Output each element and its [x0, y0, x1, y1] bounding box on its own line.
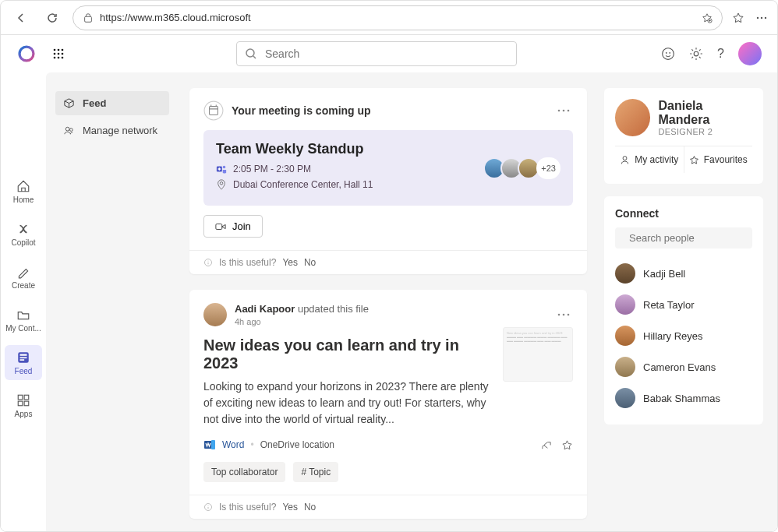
svg-point-10	[62, 53, 64, 55]
star-icon	[689, 155, 699, 165]
site-info-icon	[83, 12, 94, 23]
user-avatar[interactable]	[738, 42, 762, 65]
search-icon	[245, 48, 257, 60]
svg-point-4	[765, 16, 766, 18]
attendee-overflow[interactable]: +23	[536, 157, 561, 179]
global-search[interactable]	[236, 41, 517, 66]
file-update-card: Aadi Kapoor updated this file 4h ago New…	[189, 290, 587, 519]
sidebar-item-manage-network[interactable]: Manage network	[55, 118, 169, 143]
favourites-button[interactable]: Favourites	[684, 146, 753, 173]
person-avatar	[615, 263, 635, 284]
search-input[interactable]	[265, 48, 508, 60]
calendar-icon	[203, 100, 224, 121]
video-icon	[215, 221, 226, 232]
person-row[interactable]: Kadji Bell	[615, 258, 752, 289]
person-row[interactable]: Reta Taylor	[615, 289, 752, 320]
svg-point-5	[54, 49, 56, 51]
post-time: 4h ago	[235, 317, 261, 326]
person-row[interactable]: Hillary Reyes	[615, 320, 752, 351]
help-button[interactable]: ?	[717, 47, 724, 61]
useful-no[interactable]: No	[304, 257, 316, 268]
rail-create[interactable]: Create	[5, 259, 42, 294]
author-avatar[interactable]	[203, 303, 227, 326]
svg-rect-24	[24, 395, 29, 400]
svg-point-27	[65, 127, 69, 131]
share-icon[interactable]	[540, 439, 552, 451]
apps-icon	[16, 393, 31, 408]
address-bar[interactable]	[72, 5, 723, 30]
attendees: +23	[488, 141, 561, 195]
author-name[interactable]: Aadi Kapoor	[235, 303, 295, 315]
svg-rect-30	[210, 107, 218, 115]
rail-home[interactable]: Home	[5, 174, 42, 209]
rail-mycontent[interactable]: My Cont...	[5, 302, 42, 337]
star-icon[interactable]	[561, 439, 573, 451]
settings-icon[interactable]	[689, 47, 703, 61]
add-favorite-icon[interactable]	[702, 12, 713, 23]
svg-point-16	[666, 52, 667, 54]
info-icon	[203, 502, 213, 512]
emoji-icon[interactable]	[661, 47, 675, 61]
refresh-button[interactable]	[41, 7, 63, 29]
post-title[interactable]: New ideas you can learn and try in 2023	[203, 336, 492, 372]
file-app-label[interactable]: Word	[222, 439, 244, 450]
card-more-button[interactable]	[554, 310, 573, 319]
useful-no[interactable]: No	[304, 502, 316, 513]
svg-point-3	[761, 16, 762, 18]
svg-point-39	[558, 314, 561, 316]
favorites-icon[interactable]	[732, 12, 744, 24]
rail-copilot[interactable]: Copilot	[5, 217, 42, 252]
svg-rect-43	[211, 440, 215, 449]
svg-rect-0	[85, 16, 92, 22]
profile-card: Daniela Mandera DESIGNER 2 My activity F…	[604, 88, 763, 184]
svg-point-7	[62, 49, 64, 51]
svg-point-29	[204, 101, 223, 120]
svg-rect-26	[24, 401, 29, 406]
rail-feed[interactable]: Feed	[5, 345, 42, 380]
profile-name: Daniela Mandera	[658, 99, 752, 127]
more-icon[interactable]	[755, 12, 768, 24]
useful-yes[interactable]: Yes	[282, 257, 298, 268]
svg-point-17	[669, 52, 670, 54]
post-excerpt: Looking to expand your horizons in 2023?…	[203, 379, 492, 428]
location-icon	[216, 179, 227, 190]
person-row[interactable]: Cameron Evans	[615, 351, 752, 382]
feed-column: Your meeting is coming up Team Weekly St…	[179, 72, 598, 531]
connect-search[interactable]	[615, 227, 752, 248]
person-avatar	[615, 357, 635, 377]
m365-logo-icon[interactable]	[16, 44, 37, 64]
file-location[interactable]: OneDrive location	[260, 439, 334, 450]
svg-point-49	[623, 156, 627, 160]
join-button[interactable]: Join	[203, 215, 263, 238]
arrow-left-icon	[15, 12, 27, 24]
profile-avatar[interactable]	[615, 99, 650, 136]
left-rail: Home Copilot Create My Cont... Feed Apps	[1, 72, 46, 531]
feed-sidebar: Feed Manage network	[46, 72, 179, 531]
home-icon	[16, 178, 31, 194]
document-thumbnail[interactable]: New ideas you can learn and try in 2023 …	[503, 327, 573, 382]
create-icon	[16, 264, 31, 280]
chip-topic[interactable]: # Topic	[293, 462, 338, 482]
useful-yes[interactable]: Yes	[282, 502, 298, 513]
chip-top-collaborator[interactable]: Top collaborator	[203, 462, 285, 482]
svg-rect-22	[20, 359, 25, 361]
url-input[interactable]	[100, 12, 695, 23]
svg-point-28	[69, 129, 72, 132]
app-header: ?	[1, 35, 777, 72]
people-search-input[interactable]	[629, 232, 760, 244]
teams-icon	[216, 164, 227, 174]
card-more-button[interactable]	[554, 106, 573, 115]
svg-point-15	[663, 48, 674, 60]
sidebar-item-feed[interactable]: Feed	[55, 91, 169, 115]
svg-point-13	[62, 57, 64, 59]
word-icon	[203, 439, 216, 451]
my-activity-button[interactable]: My activity	[615, 146, 684, 173]
person-icon	[620, 155, 630, 165]
svg-point-40	[563, 314, 565, 316]
app-launcher-button[interactable]	[51, 46, 66, 62]
feed-cube-icon	[63, 97, 75, 109]
person-row[interactable]: Babak Shammas	[615, 382, 752, 414]
svg-rect-20	[20, 354, 27, 356]
rail-apps[interactable]: Apps	[5, 388, 42, 423]
back-button[interactable]	[10, 7, 32, 29]
